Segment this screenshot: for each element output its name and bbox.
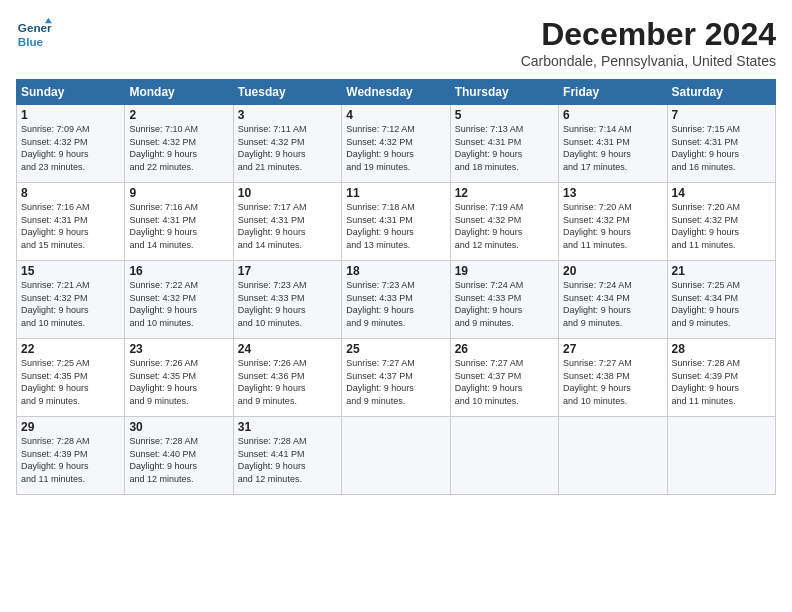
calendar-week-4: 22Sunrise: 7:25 AM Sunset: 4:35 PM Dayli… xyxy=(17,339,776,417)
day-info: Sunrise: 7:09 AM Sunset: 4:32 PM Dayligh… xyxy=(21,123,120,173)
day-info: Sunrise: 7:27 AM Sunset: 4:37 PM Dayligh… xyxy=(455,357,554,407)
calendar-cell: 17Sunrise: 7:23 AM Sunset: 4:33 PM Dayli… xyxy=(233,261,341,339)
day-info: Sunrise: 7:26 AM Sunset: 4:36 PM Dayligh… xyxy=(238,357,337,407)
day-number: 1 xyxy=(21,108,120,122)
calendar-cell: 3Sunrise: 7:11 AM Sunset: 4:32 PM Daylig… xyxy=(233,105,341,183)
day-number: 15 xyxy=(21,264,120,278)
col-friday: Friday xyxy=(559,80,667,105)
day-info: Sunrise: 7:28 AM Sunset: 4:39 PM Dayligh… xyxy=(21,435,120,485)
day-info: Sunrise: 7:20 AM Sunset: 4:32 PM Dayligh… xyxy=(563,201,662,251)
calendar-cell: 5Sunrise: 7:13 AM Sunset: 4:31 PM Daylig… xyxy=(450,105,558,183)
day-number: 10 xyxy=(238,186,337,200)
page-container: General Blue December 2024 Carbondale, P… xyxy=(0,0,792,503)
day-number: 28 xyxy=(672,342,771,356)
calendar-cell: 19Sunrise: 7:24 AM Sunset: 4:33 PM Dayli… xyxy=(450,261,558,339)
calendar-cell: 14Sunrise: 7:20 AM Sunset: 4:32 PM Dayli… xyxy=(667,183,775,261)
day-number: 31 xyxy=(238,420,337,434)
day-number: 8 xyxy=(21,186,120,200)
calendar-cell: 4Sunrise: 7:12 AM Sunset: 4:32 PM Daylig… xyxy=(342,105,450,183)
day-info: Sunrise: 7:21 AM Sunset: 4:32 PM Dayligh… xyxy=(21,279,120,329)
day-info: Sunrise: 7:13 AM Sunset: 4:31 PM Dayligh… xyxy=(455,123,554,173)
calendar-cell: 31Sunrise: 7:28 AM Sunset: 4:41 PM Dayli… xyxy=(233,417,341,495)
day-number: 9 xyxy=(129,186,228,200)
calendar-week-2: 8Sunrise: 7:16 AM Sunset: 4:31 PM Daylig… xyxy=(17,183,776,261)
day-info: Sunrise: 7:23 AM Sunset: 4:33 PM Dayligh… xyxy=(238,279,337,329)
calendar-cell: 12Sunrise: 7:19 AM Sunset: 4:32 PM Dayli… xyxy=(450,183,558,261)
calendar-cell: 23Sunrise: 7:26 AM Sunset: 4:35 PM Dayli… xyxy=(125,339,233,417)
day-number: 30 xyxy=(129,420,228,434)
calendar-week-3: 15Sunrise: 7:21 AM Sunset: 4:32 PM Dayli… xyxy=(17,261,776,339)
day-info: Sunrise: 7:26 AM Sunset: 4:35 PM Dayligh… xyxy=(129,357,228,407)
svg-text:Blue: Blue xyxy=(18,35,44,48)
calendar-cell: 9Sunrise: 7:16 AM Sunset: 4:31 PM Daylig… xyxy=(125,183,233,261)
day-info: Sunrise: 7:19 AM Sunset: 4:32 PM Dayligh… xyxy=(455,201,554,251)
col-wednesday: Wednesday xyxy=(342,80,450,105)
header-row: Sunday Monday Tuesday Wednesday Thursday… xyxy=(17,80,776,105)
day-info: Sunrise: 7:25 AM Sunset: 4:34 PM Dayligh… xyxy=(672,279,771,329)
day-info: Sunrise: 7:14 AM Sunset: 4:31 PM Dayligh… xyxy=(563,123,662,173)
day-number: 27 xyxy=(563,342,662,356)
calendar-cell xyxy=(450,417,558,495)
day-info: Sunrise: 7:23 AM Sunset: 4:33 PM Dayligh… xyxy=(346,279,445,329)
day-number: 14 xyxy=(672,186,771,200)
day-info: Sunrise: 7:25 AM Sunset: 4:35 PM Dayligh… xyxy=(21,357,120,407)
calendar-cell: 18Sunrise: 7:23 AM Sunset: 4:33 PM Dayli… xyxy=(342,261,450,339)
calendar-cell xyxy=(342,417,450,495)
calendar-week-5: 29Sunrise: 7:28 AM Sunset: 4:39 PM Dayli… xyxy=(17,417,776,495)
calendar-cell: 24Sunrise: 7:26 AM Sunset: 4:36 PM Dayli… xyxy=(233,339,341,417)
day-number: 20 xyxy=(563,264,662,278)
day-info: Sunrise: 7:20 AM Sunset: 4:32 PM Dayligh… xyxy=(672,201,771,251)
calendar-cell: 6Sunrise: 7:14 AM Sunset: 4:31 PM Daylig… xyxy=(559,105,667,183)
calendar-cell: 10Sunrise: 7:17 AM Sunset: 4:31 PM Dayli… xyxy=(233,183,341,261)
day-info: Sunrise: 7:28 AM Sunset: 4:41 PM Dayligh… xyxy=(238,435,337,485)
calendar-cell: 29Sunrise: 7:28 AM Sunset: 4:39 PM Dayli… xyxy=(17,417,125,495)
day-number: 5 xyxy=(455,108,554,122)
col-sunday: Sunday xyxy=(17,80,125,105)
day-info: Sunrise: 7:10 AM Sunset: 4:32 PM Dayligh… xyxy=(129,123,228,173)
day-number: 11 xyxy=(346,186,445,200)
day-number: 2 xyxy=(129,108,228,122)
day-number: 6 xyxy=(563,108,662,122)
day-info: Sunrise: 7:27 AM Sunset: 4:38 PM Dayligh… xyxy=(563,357,662,407)
day-number: 7 xyxy=(672,108,771,122)
calendar-cell: 13Sunrise: 7:20 AM Sunset: 4:32 PM Dayli… xyxy=(559,183,667,261)
col-saturday: Saturday xyxy=(667,80,775,105)
calendar-cell: 7Sunrise: 7:15 AM Sunset: 4:31 PM Daylig… xyxy=(667,105,775,183)
day-number: 21 xyxy=(672,264,771,278)
calendar-cell: 1Sunrise: 7:09 AM Sunset: 4:32 PM Daylig… xyxy=(17,105,125,183)
day-info: Sunrise: 7:16 AM Sunset: 4:31 PM Dayligh… xyxy=(129,201,228,251)
calendar-cell: 11Sunrise: 7:18 AM Sunset: 4:31 PM Dayli… xyxy=(342,183,450,261)
col-monday: Monday xyxy=(125,80,233,105)
day-number: 17 xyxy=(238,264,337,278)
day-number: 19 xyxy=(455,264,554,278)
calendar-cell: 15Sunrise: 7:21 AM Sunset: 4:32 PM Dayli… xyxy=(17,261,125,339)
header: General Blue December 2024 Carbondale, P… xyxy=(16,16,776,69)
calendar-cell: 25Sunrise: 7:27 AM Sunset: 4:37 PM Dayli… xyxy=(342,339,450,417)
day-number: 29 xyxy=(21,420,120,434)
day-number: 13 xyxy=(563,186,662,200)
logo-icon: General Blue xyxy=(16,16,52,52)
calendar-cell: 21Sunrise: 7:25 AM Sunset: 4:34 PM Dayli… xyxy=(667,261,775,339)
day-number: 22 xyxy=(21,342,120,356)
day-number: 24 xyxy=(238,342,337,356)
calendar-body: 1Sunrise: 7:09 AM Sunset: 4:32 PM Daylig… xyxy=(17,105,776,495)
day-number: 23 xyxy=(129,342,228,356)
day-info: Sunrise: 7:15 AM Sunset: 4:31 PM Dayligh… xyxy=(672,123,771,173)
day-number: 4 xyxy=(346,108,445,122)
logo: General Blue xyxy=(16,16,56,52)
day-info: Sunrise: 7:28 AM Sunset: 4:40 PM Dayligh… xyxy=(129,435,228,485)
calendar-table: Sunday Monday Tuesday Wednesday Thursday… xyxy=(16,79,776,495)
day-info: Sunrise: 7:16 AM Sunset: 4:31 PM Dayligh… xyxy=(21,201,120,251)
calendar-cell: 22Sunrise: 7:25 AM Sunset: 4:35 PM Dayli… xyxy=(17,339,125,417)
calendar-cell xyxy=(559,417,667,495)
calendar-cell: 28Sunrise: 7:28 AM Sunset: 4:39 PM Dayli… xyxy=(667,339,775,417)
calendar-cell: 8Sunrise: 7:16 AM Sunset: 4:31 PM Daylig… xyxy=(17,183,125,261)
day-info: Sunrise: 7:24 AM Sunset: 4:33 PM Dayligh… xyxy=(455,279,554,329)
calendar-cell: 20Sunrise: 7:24 AM Sunset: 4:34 PM Dayli… xyxy=(559,261,667,339)
title-block: December 2024 Carbondale, Pennsylvania, … xyxy=(521,16,776,69)
day-number: 3 xyxy=(238,108,337,122)
day-number: 18 xyxy=(346,264,445,278)
calendar-cell: 27Sunrise: 7:27 AM Sunset: 4:38 PM Dayli… xyxy=(559,339,667,417)
calendar-cell: 30Sunrise: 7:28 AM Sunset: 4:40 PM Dayli… xyxy=(125,417,233,495)
day-number: 25 xyxy=(346,342,445,356)
